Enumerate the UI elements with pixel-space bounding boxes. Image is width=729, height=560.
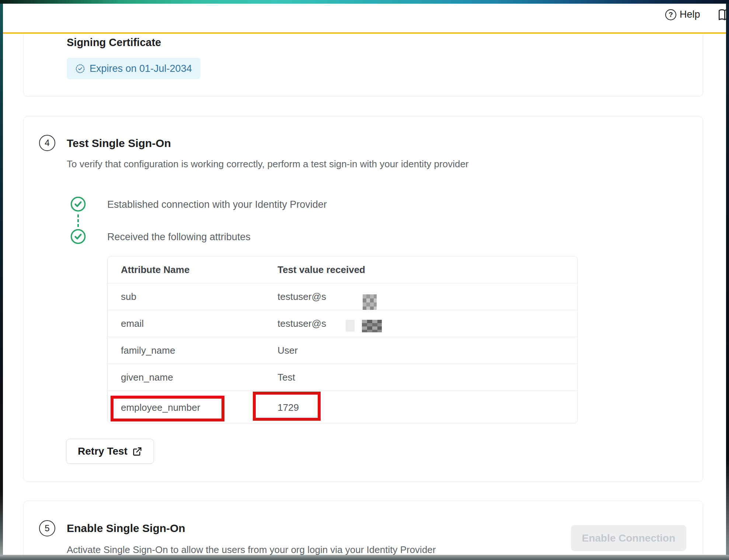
- column-header-attribute-name: Attribute Name: [121, 264, 189, 276]
- top-bar: ? Help: [3, 4, 726, 32]
- test-sso-description: To verify that configuration is working …: [67, 158, 469, 170]
- signing-certificate-card: Signing Certificate Expires on 01-Jul-20…: [23, 34, 703, 97]
- table-row: email testuser@s: [108, 310, 578, 337]
- enable-sso-description: Activate Single Sign-On to allow the use…: [67, 544, 436, 555]
- step-number-badge: 5: [39, 520, 55, 536]
- annotation-highlight-box: [111, 396, 224, 421]
- attribute-name-cell: given_name: [121, 372, 173, 383]
- attribute-name-cell: sub: [121, 291, 136, 302]
- attributes-table: Attribute Name Test value received sub t…: [107, 256, 578, 423]
- test-sso-card: 4 Test Single Sign-On To verify that con…: [23, 116, 703, 482]
- background-edge-bottom: [0, 555, 729, 560]
- badge-check-icon: [75, 64, 85, 74]
- page-background: ? Help Signing Certificate: [0, 0, 729, 560]
- test-sso-title: Test Single Sign-On: [67, 137, 171, 150]
- help-button[interactable]: ? Help: [665, 9, 700, 20]
- redaction-blur: [362, 320, 382, 332]
- column-header-test-value: Test value received: [278, 264, 365, 276]
- certificate-expiry-badge: Expires on 01-Jul-2034: [67, 58, 200, 79]
- attribute-value-cell: User: [278, 345, 298, 356]
- retry-test-button[interactable]: Retry Test: [66, 439, 154, 464]
- help-circle-icon: ?: [665, 9, 676, 20]
- signing-certificate-title: Signing Certificate: [67, 36, 161, 49]
- table-row: family_name User: [108, 337, 578, 364]
- external-link-icon: [132, 447, 142, 456]
- background-edge-right: [726, 4, 729, 560]
- enable-connection-button[interactable]: Enable Connection: [571, 525, 686, 551]
- certificate-expiry-text: Expires on 01-Jul-2034: [90, 63, 192, 74]
- attribute-value-cell: testuser@s: [278, 291, 326, 302]
- attribute-value-cell: Test: [278, 372, 295, 383]
- app-window: ? Help Signing Certificate: [3, 4, 726, 555]
- table-row: given_name Test: [108, 364, 578, 391]
- table-header-row: Attribute Name Test value received: [108, 256, 578, 283]
- step-number-badge: 4: [39, 135, 55, 151]
- attribute-value-cell: testuser@s: [278, 318, 326, 329]
- annotation-highlight-box: [253, 392, 321, 421]
- help-label: Help: [680, 9, 700, 20]
- table-row: sub testuser@s: [108, 283, 578, 310]
- check-circle-icon: [70, 196, 86, 212]
- redaction-blur: [346, 320, 355, 332]
- book-icon[interactable]: [718, 8, 726, 21]
- step-connector-line: [77, 214, 79, 227]
- check-circle-icon: [70, 229, 86, 244]
- attribute-name-cell: family_name: [121, 345, 175, 356]
- redaction-blur: [363, 294, 377, 310]
- enable-sso-card: 5 Enable Single Sign-On Activate Single …: [23, 501, 703, 555]
- check-text-attributes: Received the following attributes: [107, 231, 251, 243]
- attribute-name-cell: email: [121, 318, 144, 329]
- check-text-connection: Established connection with your Identit…: [107, 199, 327, 210]
- enable-sso-title: Enable Single Sign-On: [67, 522, 185, 535]
- retry-test-label: Retry Test: [78, 445, 128, 457]
